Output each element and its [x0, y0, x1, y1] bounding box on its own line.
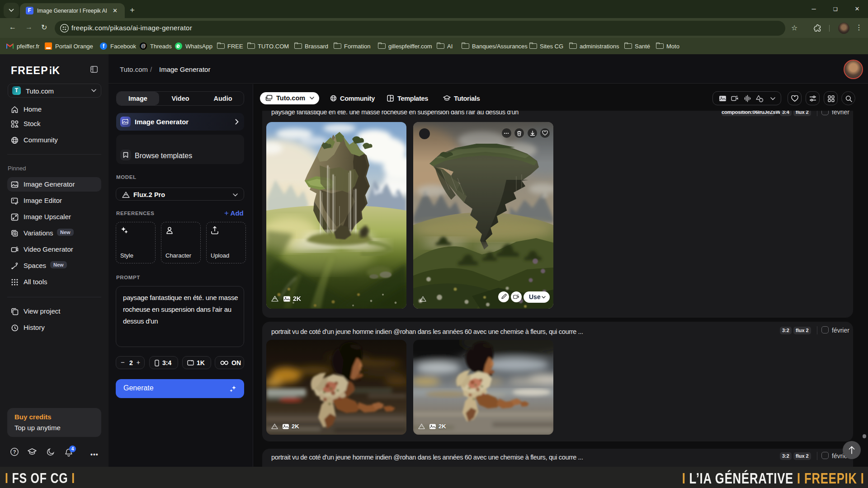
svg-text:?: ? [13, 449, 16, 455]
